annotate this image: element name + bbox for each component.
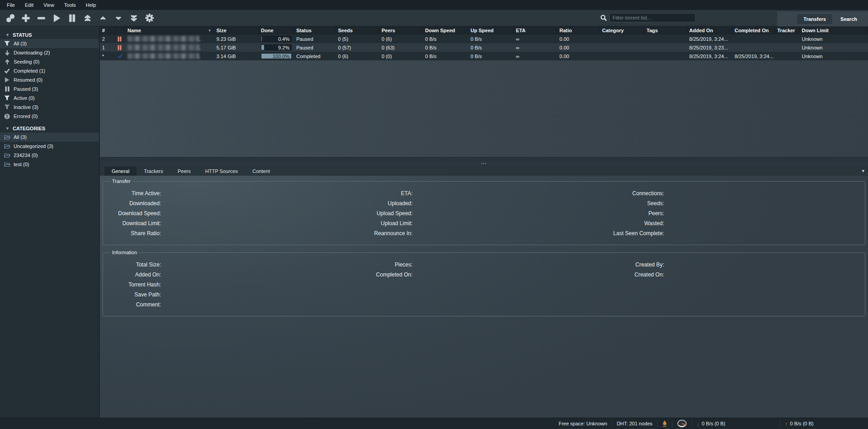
- col-header-down-speed[interactable]: Down Speed: [423, 26, 468, 35]
- field-label: Wasted:: [610, 220, 664, 227]
- connection-status-icon[interactable]: [662, 420, 667, 427]
- cell-up-speed: 0 B/s: [468, 52, 514, 60]
- move-top-button[interactable]: [80, 11, 95, 25]
- sidebar: ▼ STATUS All (3) Downloading (2) Seeding…: [0, 26, 100, 418]
- status-section-header[interactable]: ▼ STATUS: [0, 31, 99, 39]
- sidebar-category-all[interactable]: All (3): [0, 133, 99, 142]
- col-header-up-speed[interactable]: Up Speed: [468, 26, 514, 35]
- col-header-peers[interactable]: Peers: [379, 26, 423, 35]
- add-torrent-file-button[interactable]: [18, 11, 34, 25]
- global-download-speed[interactable]: ↓ 0 B/s (0 B): [696, 420, 725, 427]
- sidebar-item-label: All (3): [14, 41, 27, 46]
- field-label: Time Active:: [107, 190, 161, 197]
- table-row[interactable]: * . 3.14 GiB 100.0% Completed 0 (6) 0 (0…: [100, 52, 868, 60]
- sidebar-item-errored[interactable]: Errored (0): [0, 112, 99, 121]
- sidebar-item-seeding[interactable]: Seeding (0): [0, 57, 99, 66]
- global-upload-speed[interactable]: ↑ 0 B/s (0 B): [785, 420, 814, 427]
- field-label: Comment:: [107, 301, 161, 308]
- table-empty-area: [100, 60, 868, 157]
- panel-splitter-handle[interactable]: ⋯: [100, 161, 868, 166]
- options-button[interactable]: [142, 11, 157, 25]
- field-label: Seeds:: [610, 200, 664, 207]
- torrent-table-header: # Name▼ Size Done Status Seeds Peers Dow…: [100, 26, 868, 35]
- cell-size: 5.17 GiB: [214, 43, 259, 52]
- field-label: Uploaded:: [358, 200, 412, 207]
- sidebar-item-inactive[interactable]: Inactive (3): [0, 103, 99, 112]
- sidebar-item-active[interactable]: Active (0): [0, 94, 99, 103]
- col-header-eta[interactable]: ETA: [514, 26, 557, 35]
- col-header-added-on[interactable]: Added On: [687, 26, 732, 35]
- tab-overflow-caret-icon[interactable]: ▾: [862, 168, 864, 174]
- menu-tools[interactable]: Tools: [59, 0, 81, 10]
- menu-view[interactable]: View: [39, 0, 59, 10]
- sidebar-category-uncategorized[interactable]: Uncategorized (3): [0, 142, 99, 151]
- col-header-ratio[interactable]: Ratio: [557, 26, 600, 35]
- table-row[interactable]: 2 . 9.23 GiB 0.4% Paused 0 (5) 0 (6) 0 B…: [100, 35, 868, 43]
- sidebar-item-label: Inactive (3): [14, 104, 38, 110]
- tab-http-sources[interactable]: HTTP Sources: [198, 167, 245, 176]
- add-torrent-link-button[interactable]: [3, 11, 18, 25]
- col-header-category[interactable]: Category: [600, 26, 644, 35]
- col-header-tags[interactable]: Tags: [644, 26, 687, 35]
- pause-icon: [68, 14, 77, 23]
- cell-status: Paused: [294, 43, 336, 52]
- sidebar-category-test[interactable]: test (0): [0, 160, 99, 169]
- sidebar-item-label: Resumed (0): [14, 77, 43, 83]
- tab-peers[interactable]: Peers: [171, 167, 198, 176]
- sidebar-category-234234[interactable]: 234234 (0): [0, 151, 99, 160]
- arrow-up-icon: [4, 59, 10, 65]
- alt-speed-limits-icon[interactable]: [677, 420, 687, 427]
- pause-button[interactable]: [64, 11, 80, 25]
- col-header-tracker[interactable]: Tracker: [775, 26, 799, 35]
- move-down-button[interactable]: [111, 11, 126, 25]
- tab-content[interactable]: Content: [245, 167, 277, 176]
- content-area: ▼ STATUS All (3) Downloading (2) Seeding…: [0, 26, 868, 418]
- menu-help[interactable]: Help: [81, 0, 101, 10]
- menu-file[interactable]: File: [2, 0, 20, 10]
- tab-transfers[interactable]: Transfers: [797, 14, 833, 24]
- cell-status: Completed: [294, 52, 336, 60]
- download-arrow-icon: ↓: [696, 420, 700, 427]
- tab-general[interactable]: General: [104, 167, 137, 176]
- field-label: Download Speed:: [107, 210, 161, 217]
- col-header-size[interactable]: Size: [214, 26, 259, 35]
- cell-tags: [644, 43, 687, 52]
- cell-tracker: [775, 52, 799, 60]
- cell-category: [600, 52, 644, 60]
- sidebar-item-downloading[interactable]: Downloading (2): [0, 48, 99, 57]
- filter-torrent-input[interactable]: [609, 13, 696, 22]
- resume-button[interactable]: [49, 11, 64, 25]
- cell-down-limit: Unknown: [799, 43, 868, 52]
- sidebar-item-label: Completed (1): [14, 68, 45, 74]
- table-row[interactable]: 1 . 5.17 GiB 9.2% Paused 0 (57) 0 (63) 0…: [100, 43, 868, 52]
- move-up-button[interactable]: [95, 11, 111, 25]
- funnel-icon: [4, 95, 10, 101]
- sidebar-item-label: Downloading (2): [14, 50, 50, 55]
- sidebar-item-all[interactable]: All (3): [0, 39, 99, 48]
- col-header-name[interactable]: Name▼: [125, 26, 214, 35]
- detail-tab-bar: General Trackers Peers HTTP Sources Cont…: [100, 166, 868, 176]
- cell-down-speed: 0 B/s: [423, 52, 468, 60]
- categories-section-header[interactable]: ▼ CATEGORIES: [0, 124, 99, 133]
- col-header-state-icon[interactable]: [115, 26, 125, 35]
- col-header-completed-on[interactable]: Completed On: [732, 26, 775, 35]
- tab-search[interactable]: Search: [834, 14, 863, 24]
- sidebar-item-paused[interactable]: Paused (3): [0, 84, 99, 94]
- col-header-num[interactable]: #: [100, 26, 115, 35]
- transfer-legend: Transfer: [110, 178, 132, 184]
- col-header-status[interactable]: Status: [294, 26, 336, 35]
- tab-trackers[interactable]: Trackers: [137, 167, 170, 176]
- sidebar-item-completed[interactable]: Completed (1): [0, 66, 99, 75]
- field-label: Upload Limit:: [358, 220, 412, 227]
- move-bottom-button[interactable]: [126, 11, 142, 25]
- menu-edit[interactable]: Edit: [20, 0, 39, 10]
- folder-icon: [4, 135, 10, 140]
- cell-seeds: 0 (57): [336, 43, 379, 52]
- col-header-down-limit[interactable]: Down Limit: [799, 26, 868, 35]
- sidebar-item-resumed[interactable]: Resumed (0): [0, 75, 99, 84]
- col-header-done[interactable]: Done: [259, 26, 294, 35]
- paused-state-icon: [118, 45, 122, 50]
- delete-torrent-button[interactable]: [34, 11, 49, 25]
- cell-peers: 0 (0): [379, 52, 423, 60]
- col-header-seeds[interactable]: Seeds: [336, 26, 379, 35]
